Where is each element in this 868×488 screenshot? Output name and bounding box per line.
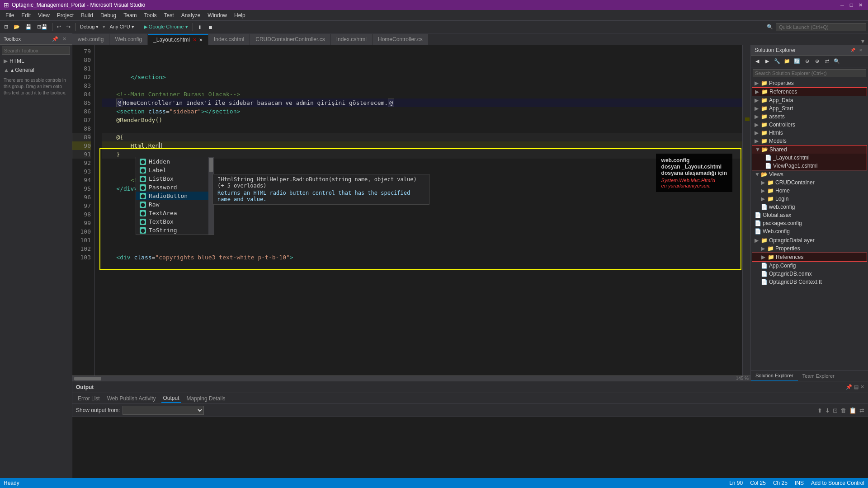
tree-item-layout-cshtml[interactable]: 📄 _Layout.cshtml (752, 154, 867, 162)
maximize-button[interactable]: □ (847, 1, 855, 9)
menu-edit[interactable]: Edit (18, 10, 34, 21)
tab-index-cshtml-1[interactable]: Index.cshtml (208, 34, 250, 45)
tab-close-icon[interactable]: ✕ (199, 38, 203, 42)
debug-mode-dropdown[interactable]: Debug ▾ (78, 22, 101, 32)
team-explorer-tab[interactable]: Team Explorer (798, 371, 839, 381)
sol-properties-button[interactable]: 🔧 (773, 57, 782, 66)
tree-item-references-1[interactable]: ▶ 📁 References (752, 88, 867, 96)
tree-item-app-data[interactable]: ▶ 📁 App_Data (751, 96, 868, 104)
autocomplete-textarea[interactable]: ⬤ TextArea (136, 209, 208, 217)
output-close-button[interactable]: ✕ (860, 384, 864, 390)
tree-item-app-config[interactable]: 📄 App.Config (751, 262, 868, 270)
tree-item-home[interactable]: ▶ 📁 Home (751, 187, 868, 195)
open-button[interactable]: 📂 (11, 22, 22, 32)
solution-close-button[interactable]: ✕ (857, 47, 864, 53)
tree-item-crudcontainer[interactable]: ▶ 📁 CRUDContainer (751, 178, 868, 187)
pause-button[interactable]: ⏸ (195, 22, 205, 32)
output-toolbar-btn-5[interactable]: 📋 (849, 407, 857, 414)
tab-home-controller[interactable]: HomeController.cs (373, 34, 429, 45)
save-button[interactable]: 💾 (23, 22, 34, 32)
stop-button[interactable]: ⏹ (206, 22, 215, 32)
menu-view[interactable]: View (34, 10, 53, 21)
toolbox-close-button[interactable]: ✕ (60, 35, 68, 42)
sol-sync-button[interactable]: ⇄ (822, 57, 831, 66)
toolbox-html-section[interactable]: ▶ HTML (0, 56, 72, 66)
tree-item-optagric-properties[interactable]: ▶ 📁 Properties (751, 244, 868, 253)
menu-help[interactable]: Help (231, 10, 249, 21)
menu-team[interactable]: Team (120, 10, 140, 21)
autocomplete-dropdown[interactable]: ⬤ Hidden ⬤ Label ⬤ ListBox (136, 157, 214, 235)
tab-index-cshtml-2[interactable]: Index.cshtml (331, 34, 373, 45)
autocomplete-hidden[interactable]: ⬤ Hidden (136, 157, 208, 166)
toolbox-pin-button[interactable]: 📌 (51, 35, 59, 42)
tree-item-htmls[interactable]: ▶ 📁 Htmls (751, 129, 868, 137)
status-source-control[interactable]: Add to Source Control (811, 480, 864, 486)
start-button[interactable]: ▶ Google Chrome ▾ (142, 22, 190, 32)
autocomplete-radiobutton[interactable]: ⬤ RadioButton (136, 192, 208, 200)
minimize-button[interactable]: ─ (838, 1, 846, 9)
close-button[interactable]: ✕ (856, 1, 864, 9)
output-pin-button[interactable]: 📌 (846, 384, 852, 390)
output-float-button[interactable]: ▤ (854, 384, 859, 390)
autocomplete-textbox[interactable]: ⬤ TextBox (136, 217, 208, 226)
tree-item-properties[interactable]: ▶ 📁 Properties (751, 79, 868, 87)
sol-collapse-button[interactable]: ⊖ (802, 57, 811, 66)
tree-item-views[interactable]: ▼ 📂 Views (751, 170, 868, 178)
sol-show-all-button[interactable]: 📁 (783, 57, 792, 66)
toolbox-general-section[interactable]: ▲ ▴ General (0, 66, 72, 75)
autocomplete-raw[interactable]: ⬤ Raw (136, 200, 208, 209)
tree-item-references-2[interactable]: ▶ 📁 References (752, 253, 867, 261)
tree-item-controllers[interactable]: ▶ 📁 Controllers (751, 121, 868, 129)
menu-window[interactable]: Window (204, 10, 231, 21)
menu-build[interactable]: Build (77, 10, 97, 21)
autocomplete-tostring[interactable]: ⬤ ToString (136, 226, 208, 235)
redo-button[interactable]: ↪ (64, 22, 73, 32)
output-toolbar-btn-2[interactable]: ⬇ (825, 407, 830, 414)
tree-item-shared[interactable]: ▼ 📂 Shared (752, 145, 867, 154)
tab-web-publish[interactable]: Web Publish Activity (105, 394, 158, 403)
tree-item-packages-config[interactable]: 📄 packages.config (751, 219, 868, 227)
autocomplete-password[interactable]: ⬤ Password (136, 183, 208, 192)
editor-horizontal-scrollbar[interactable]: 145 % (72, 375, 750, 381)
tab-crud-controller[interactable]: CRUDContainerController.cs (250, 34, 330, 45)
menu-analyze[interactable]: Analyze (178, 10, 204, 21)
tab-error-list[interactable]: Error List (76, 394, 102, 403)
tree-item-assets[interactable]: ▶ 📁 assets (751, 113, 868, 121)
tab-layout-cshtml[interactable]: _Layout.cshtml ✕ ✕ (148, 34, 208, 45)
menu-tools[interactable]: Tools (141, 10, 160, 21)
sol-new-solution-button[interactable]: ⊕ (812, 57, 821, 66)
tree-item-global-asax[interactable]: 📄 Global.asax (751, 211, 868, 219)
toolbox-search-input[interactable] (2, 47, 70, 55)
menu-debug[interactable]: Debug (97, 10, 120, 21)
sol-back-button[interactable]: ◀ (753, 57, 762, 66)
platform-dropdown[interactable]: Any CPU ▾ (107, 22, 136, 32)
window-controls[interactable]: ─ □ ✕ (838, 1, 864, 9)
tree-item-models[interactable]: ▶ 📁 Models (751, 137, 868, 145)
tab-web-config-1[interactable]: web.config (72, 34, 109, 45)
output-source-select[interactable] (123, 406, 204, 415)
undo-button[interactable]: ↩ (55, 22, 63, 32)
tree-item-viewpage1[interactable]: 📄 ViewPage1.cshtml (752, 162, 867, 170)
output-toolbar-btn-4[interactable]: 🗑 (840, 407, 846, 414)
quick-launch-input[interactable] (776, 23, 866, 31)
sol-refresh-button[interactable]: 🔄 (793, 57, 802, 66)
tree-item-login[interactable]: ▶ 📁 Login (751, 195, 868, 203)
output-toolbar-btn-6[interactable]: ⇄ (859, 407, 864, 414)
autocomplete-label[interactable]: ⬤ Label (136, 166, 208, 174)
tree-item-web-config[interactable]: 📄 Web.config (751, 227, 868, 235)
tree-item-optagricdb-context[interactable]: 📄 OptagricDB Context.tt (751, 278, 868, 286)
menu-test[interactable]: Test (160, 10, 178, 21)
tab-output-active[interactable]: Output (161, 394, 181, 403)
autocomplete-listbox[interactable]: ⬤ ListBox (136, 174, 208, 183)
tree-item-app-start[interactable]: ▶ 📁 App_Start (751, 104, 868, 113)
tree-item-views-webconfig[interactable]: 📄 web.config (751, 203, 868, 211)
tab-scroll-button[interactable]: ▾ (858, 38, 868, 45)
new-project-button[interactable]: ⊞ (2, 22, 10, 32)
solution-explorer-tab[interactable]: Solution Explorer (751, 371, 798, 381)
solution-search-input[interactable] (753, 69, 866, 77)
solution-pin-button[interactable]: 📌 (849, 47, 856, 53)
save-all-button[interactable]: ⊞💾 (35, 22, 50, 32)
tab-mapping-details[interactable]: Mapping Details (185, 394, 227, 403)
output-toolbar-btn-3[interactable]: ⊡ (833, 407, 838, 414)
menu-file[interactable]: File (2, 10, 18, 21)
